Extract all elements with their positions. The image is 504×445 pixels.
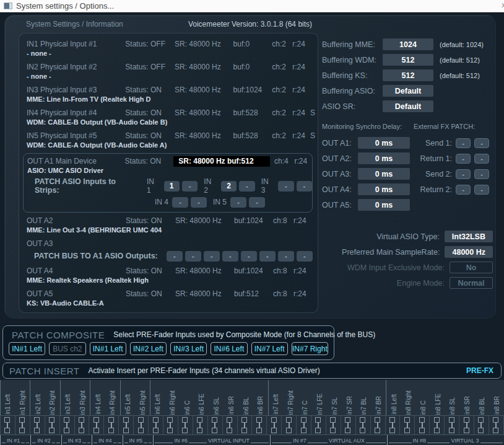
monitoring-delay-group: Monitoring Synchro Delay: OUT A1: 0 ms O… [322,123,414,213]
insert-toggle[interactable] [45,416,60,434]
device-name: OUT A5 [27,289,126,298]
insert-toggle[interactable] [489,416,504,434]
bus-patch-button[interactable]: - [259,251,276,262]
insert-toggle[interactable] [459,416,474,434]
delay-value-box[interactable]: 0 ms [358,183,410,195]
bus-patch-button[interactable]: - [241,251,257,262]
bus-patch-button[interactable]: - [185,251,201,262]
asio-patch-button[interactable]: - [239,181,254,192]
buffering-value-box[interactable]: Default [383,85,433,97]
insert-toggle[interactable] [75,416,90,434]
fx-patch-button[interactable]: - [456,154,471,164]
device-name: OUT A1 Main Device [27,157,124,165]
composite-slot-button[interactable]: BUS ch2 [49,342,85,355]
asio-patch-button[interactable]: - [191,197,207,208]
device-row-in4[interactable]: IN4 Physical Input #4 Status: ON SR: 480… [27,107,318,118]
insert-toggle[interactable] [356,416,371,434]
insert-toggle[interactable] [430,416,445,434]
fx-patch-button[interactable]: - [474,185,489,195]
insert-toggle[interactable] [0,416,15,434]
insert-toggle[interactable] [15,416,30,434]
setting-value-box[interactable]: No [450,262,493,273]
insert-toggle[interactable] [193,416,208,434]
insert-toggle[interactable] [208,416,223,434]
fx-patch-button[interactable]: - [474,138,489,148]
asio-patch-button[interactable]: - [249,197,265,208]
fx-patch-button[interactable]: - [474,154,489,164]
insert-toggle[interactable] [341,416,356,434]
asio-patch-button[interactable]: 1 [164,181,180,192]
prefx-badge[interactable]: PRE-FX [466,366,493,375]
bus-patch-button[interactable]: - [204,251,220,262]
setting-value-box[interactable]: 48000 Hz [445,246,493,258]
device-row-outa4[interactable]: OUT A4 Status: ON SR: 48000 Hz buf:1024 … [27,265,318,276]
insert-toggle[interactable] [267,416,282,434]
setting-row: Engine Mode: Normal [322,275,493,291]
fx-patch-button[interactable]: - [456,185,471,195]
device-row-outa3[interactable]: OUT A3 [27,238,318,249]
fx-patch-button[interactable]: - [474,169,489,179]
insert-toggle[interactable] [326,416,341,434]
insert-toggle[interactable] [60,416,75,434]
insert-toggle[interactable] [119,416,134,434]
insert-toggle[interactable] [282,416,297,434]
device-row-in5[interactable]: IN5 Physical Input #5 Status: ON SR: 480… [27,130,318,141]
setting-value-box[interactable]: Normal [450,277,493,289]
delay-value-box[interactable]: 0 ms [358,168,410,180]
insert-toggle[interactable] [30,416,45,434]
insert-toggle[interactable] [474,416,489,434]
fx-patch-button[interactable]: - [456,169,471,179]
insert-toggle[interactable] [163,416,178,434]
asio-patch-button[interactable]: - [278,181,293,192]
asio-patch-button[interactable]: - [297,181,312,192]
insert-toggle[interactable] [297,416,311,434]
insert-toggle[interactable] [386,416,401,434]
composite-slot-button[interactable]: IN#7 Right [292,342,328,355]
insert-toggle[interactable] [104,416,119,434]
delay-value-box[interactable]: 0 ms [358,152,410,164]
bus-patch-button[interactable]: - [278,251,294,262]
delay-value-box[interactable]: 0 ms [358,199,410,211]
bus-patch-button[interactable]: - [297,251,313,262]
insert-toggle[interactable] [223,416,238,434]
device-row-in1[interactable]: IN1 Physical Input #1 Status: OFF SR: 48… [27,38,318,50]
bus-patch-button[interactable]: - [167,251,183,262]
composite-slot-button[interactable]: IN#3 Left [170,342,207,355]
insert-toggle[interactable] [400,416,415,434]
insert-toggle[interactable] [445,416,459,434]
buffering-value-box[interactable]: 512 [383,54,433,66]
insert-toggle[interactable] [149,416,163,434]
buffering-value-box[interactable]: 512 [383,69,433,81]
fx-patch-button[interactable]: - [456,138,471,148]
insert-toggle[interactable] [178,416,193,434]
insert-toggle[interactable] [89,416,104,434]
channel-label-cell: in6 Left [150,380,165,415]
delay-value-box[interactable]: 0 ms [358,137,410,149]
composite-slot-button[interactable]: IN#1 Left [90,342,126,355]
device-row-outa5[interactable]: OUT A5 Status: ON SR: 48000 Hz buf:512 c… [27,288,318,299]
window-titlebar[interactable]: System settings / Options... ✕ [0,0,504,12]
insert-toggle[interactable] [415,416,430,434]
setting-value-box[interactable]: Int32LSB [445,231,493,242]
insert-toggle[interactable] [311,416,326,434]
composite-slot-button[interactable]: IN#6 Left [211,342,247,355]
device-row-in3[interactable]: IN3 Physical Input #3 Status: ON SR: 480… [27,84,318,95]
asio-patch-button[interactable]: - [182,181,198,192]
insert-toggle[interactable] [252,416,267,434]
asio-patch-button[interactable]: - [172,197,188,208]
insert-toggle[interactable] [238,416,253,434]
composite-slot-button[interactable]: IN#2 Left [130,342,167,355]
device-row-outa1[interactable]: OUT A1 Main Device Status: ON SR: 48000 … [27,156,312,167]
buffering-value-box[interactable]: 1024 [383,38,433,50]
device-row-outa2[interactable]: OUT A2 Status: ON SR: 48000 Hz buf:1024 … [27,215,318,226]
bus-patch-button[interactable]: - [222,251,238,262]
composite-slot-button[interactable]: IN#7 Left [251,342,288,355]
insert-toggle[interactable] [134,416,149,434]
asio-patch-button[interactable]: 2 [221,181,237,192]
buffering-value-box[interactable]: Default [383,100,433,112]
device-row-in2[interactable]: IN2 Physical Input #2 Status: OFF SR: 48… [27,61,318,73]
asio-patch-button[interactable]: - [230,197,246,208]
composite-slot-button[interactable]: IN#1 Left [9,342,45,355]
close-icon[interactable]: ✕ [501,1,504,10]
insert-toggle[interactable] [371,416,386,434]
